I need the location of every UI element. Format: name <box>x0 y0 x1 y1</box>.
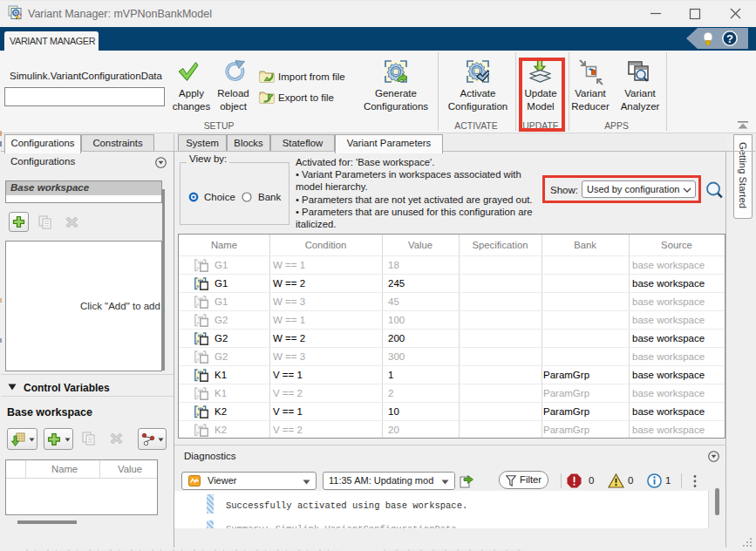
svg-text:?: ? <box>726 32 733 45</box>
